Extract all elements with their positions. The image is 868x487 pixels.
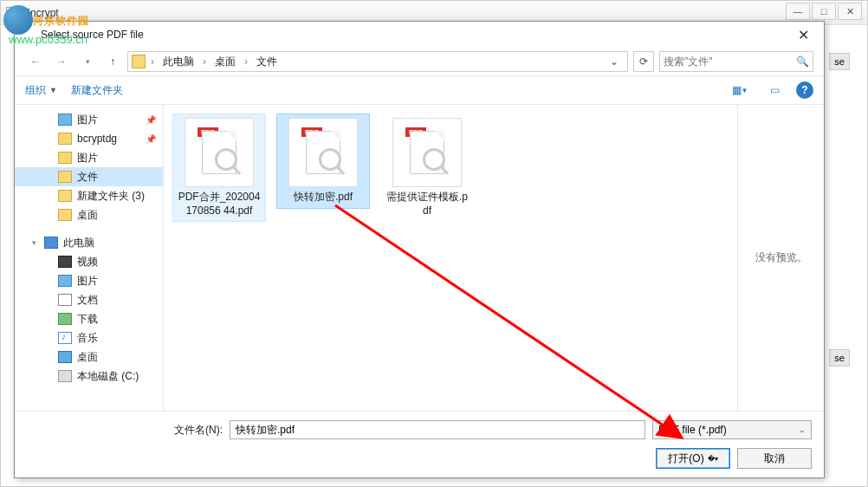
search-icon[interactable]: 🔍 xyxy=(796,55,809,68)
preview-pane-button[interactable]: ▭ xyxy=(761,81,787,100)
tree-item-label: 图片 xyxy=(77,113,98,127)
file-label: 需提供证件模板.pdf xyxy=(385,191,470,218)
magnifier-icon xyxy=(319,148,341,171)
folder-icon xyxy=(58,209,72,221)
dialog-titlebar: Select source PDF file ✕ xyxy=(15,22,824,48)
tree-item[interactable]: 文件 xyxy=(15,167,163,186)
doc-icon xyxy=(58,294,72,306)
chevron-right-icon: › xyxy=(241,55,251,68)
tree-item[interactable]: 下载 xyxy=(15,309,163,328)
bg-maximize-button[interactable]: □ xyxy=(812,3,836,20)
nav-forward-button[interactable]: → xyxy=(51,51,72,72)
pc-icon xyxy=(44,237,58,249)
filename-label: 文件名(N): xyxy=(174,423,223,438)
pin-icon: 📌 xyxy=(146,134,156,144)
tree-item-label: 下载 xyxy=(77,312,98,327)
tree-item-label: 音乐 xyxy=(77,331,98,346)
tree-item-label: 本地磁盘 (C:) xyxy=(77,369,139,384)
tree-item[interactable]: 音乐 xyxy=(15,328,163,347)
tree-item-label: 新建文件夹 (3) xyxy=(77,189,145,204)
disk-icon xyxy=(58,370,72,382)
preview-empty-text: 没有预览。 xyxy=(755,250,807,265)
open-button[interactable]: 打开(O) �▾ xyxy=(656,448,730,469)
filetype-value: PDF file (*.pdf) xyxy=(658,424,727,436)
folder-icon xyxy=(58,171,72,183)
tree-item[interactable]: 图片 xyxy=(15,148,163,167)
help-button[interactable]: ? xyxy=(796,81,813,99)
bg-close-button[interactable]: ✕ xyxy=(838,3,862,20)
dialog-footer: 文件名(N): PDF file (*.pdf) ⌄ 打开(O) �▾ 取消 xyxy=(15,411,824,477)
search-box[interactable]: 🔍 xyxy=(659,51,813,72)
breadcrumb[interactable]: › 此电脑 › 桌面 › 文件 ⌄ xyxy=(127,51,628,72)
tree-item-label: 视频 xyxy=(77,255,98,269)
bg-window-buttons: — □ ✕ xyxy=(786,3,862,20)
file-item[interactable]: PDFPDF合并_202004170856 44.pdf xyxy=(172,114,266,222)
address-bar-row: ← → ▾ ↑ › 此电脑 › 桌面 › 文件 ⌄ ⟳ 🔍 xyxy=(15,48,824,75)
tree-item-label: 图片 xyxy=(77,274,98,289)
folder-icon xyxy=(132,55,146,68)
tree-item[interactable]: 文档 xyxy=(15,290,163,309)
tree-item-label: 文件 xyxy=(77,170,98,185)
navigation-tree[interactable]: 图片📌bcryptdg📌图片文件新建文件夹 (3)桌面▾此电脑视频图片文档下载音… xyxy=(15,105,164,411)
split-dropdown-icon[interactable]: �▾ xyxy=(708,455,718,463)
tree-item-label: 文档 xyxy=(77,293,98,308)
file-list[interactable]: PDFPDF合并_202004170856 44.pdfPDF快转加密.pdfP… xyxy=(164,105,737,411)
folder-icon xyxy=(58,152,72,164)
desk-icon xyxy=(58,351,72,363)
chevron-down-icon: ⌄ xyxy=(799,425,806,434)
filename-input[interactable] xyxy=(230,420,645,439)
tree-item[interactable]: 图片📌 xyxy=(15,110,163,129)
nav-back-button[interactable]: ← xyxy=(25,51,46,72)
organize-menu[interactable]: 组织▼ xyxy=(25,83,57,98)
chevron-right-icon: › xyxy=(147,55,158,68)
bg-fragment-2: se xyxy=(829,349,850,367)
pic-icon xyxy=(58,275,72,287)
bg-minimize-button[interactable]: — xyxy=(786,3,810,20)
filetype-select[interactable]: PDF file (*.pdf) ⌄ xyxy=(652,420,812,439)
music-icon xyxy=(58,332,72,344)
file-item[interactable]: PDF快转加密.pdf xyxy=(276,114,370,209)
refresh-button[interactable]: ⟳ xyxy=(633,51,654,72)
file-label: 快转加密.pdf xyxy=(294,191,353,205)
toolbar: 组织▼ 新建文件夹 ▦ ▼ ▭ ? xyxy=(15,75,824,105)
chevron-right-icon: › xyxy=(199,55,210,68)
magnifier-icon xyxy=(215,148,237,171)
nav-recent-dropdown[interactable]: ▾ xyxy=(77,51,98,72)
tree-item-label: 桌面 xyxy=(77,350,98,365)
new-folder-button[interactable]: 新建文件夹 xyxy=(71,83,123,98)
bg-fragment-1: se xyxy=(829,53,850,70)
tree-item[interactable]: 视频 xyxy=(15,252,163,271)
file-thumbnail: PDF xyxy=(288,118,358,187)
down-icon xyxy=(58,313,72,325)
breadcrumb-root[interactable]: 此电脑 xyxy=(159,53,198,71)
expander-icon[interactable]: ▾ xyxy=(29,238,39,247)
dialog-close-button[interactable]: ✕ xyxy=(791,23,815,47)
dialog-title: Select source PDF file xyxy=(41,29,791,41)
file-thumbnail: PDF xyxy=(392,118,462,187)
search-input[interactable] xyxy=(664,55,796,68)
dialog-body: 图片📌bcryptdg📌图片文件新建文件夹 (3)桌面▾此电脑视频图片文档下载音… xyxy=(15,105,824,411)
file-item[interactable]: PDF需提供证件模板.pdf xyxy=(380,114,474,222)
tree-item[interactable]: 桌面 xyxy=(15,347,163,367)
checkbox-icon[interactable] xyxy=(6,7,18,19)
nav-up-button[interactable]: ↑ xyxy=(103,52,122,71)
pin-icon: 📌 xyxy=(146,115,156,125)
file-label: PDF合并_202004170856 44.pdf xyxy=(177,191,262,218)
tree-item-label: bcryptdg xyxy=(77,133,117,145)
tree-item[interactable]: 图片 xyxy=(15,271,163,290)
breadcrumb-desktop[interactable]: 桌面 xyxy=(211,53,239,71)
tree-item[interactable]: 桌面 xyxy=(15,205,163,224)
view-mode-button[interactable]: ▦ ▼ xyxy=(727,81,753,100)
vid-icon xyxy=(58,256,72,268)
tree-item[interactable]: 新建文件夹 (3) xyxy=(15,186,163,205)
tree-item[interactable]: bcryptdg📌 xyxy=(15,129,163,148)
breadcrumb-dropdown[interactable]: ⌄ xyxy=(605,55,624,68)
cancel-button[interactable]: 取消 xyxy=(737,448,812,469)
folder-icon xyxy=(58,190,72,202)
tree-item-label: 图片 xyxy=(77,151,98,166)
breadcrumb-current[interactable]: 文件 xyxy=(253,53,281,71)
bg-window-title: Encrypt xyxy=(23,7,59,19)
magnifier-icon xyxy=(423,148,445,171)
tree-item[interactable]: ▾此电脑 xyxy=(15,233,163,252)
tree-item[interactable]: 本地磁盘 (C:) xyxy=(15,367,163,386)
